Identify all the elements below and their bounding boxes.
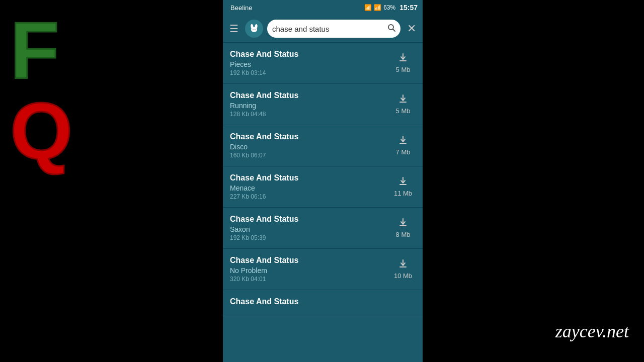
song-title: Saxon xyxy=(230,225,390,233)
download-size: 10 Mb xyxy=(394,272,412,280)
song-info: Chase And StatusPieces192 Kb 03:14 xyxy=(230,50,390,76)
song-artist: Chase And Status xyxy=(230,215,390,224)
watermark: zaycev.net xyxy=(555,321,629,342)
song-title: Disco xyxy=(230,143,390,151)
song-artist: Chase And Status xyxy=(230,173,390,183)
song-artist: Chase And Status xyxy=(230,91,390,100)
song-meta: 128 Kb 04:48 xyxy=(230,111,390,118)
time-label: 15:57 xyxy=(399,4,418,12)
song-title: Menace xyxy=(230,184,390,192)
song-artist: Chase And Status xyxy=(230,256,390,265)
download-size: 7 Mb xyxy=(396,148,411,156)
close-button[interactable]: ✕ xyxy=(405,20,419,38)
search-bar[interactable] xyxy=(267,20,400,38)
song-item[interactable]: Chase And StatusSaxon192 Kb 05:398 Mb xyxy=(223,208,423,249)
download-size: 5 Mb xyxy=(396,107,411,115)
download-area[interactable]: 10 Mb xyxy=(390,259,416,280)
bunny-icon xyxy=(249,23,260,34)
download-size: 5 Mb xyxy=(396,66,411,73)
song-meta: 192 Kb 05:39 xyxy=(230,234,390,241)
download-area[interactable]: 5 Mb xyxy=(390,94,416,115)
song-title: Running xyxy=(230,102,390,110)
download-area[interactable]: 11 Mb xyxy=(390,176,416,197)
status-icons: 📶 📶 63% 15:57 xyxy=(364,4,418,12)
song-artist: Chase And Status xyxy=(230,132,390,141)
carrier-label: Beeline xyxy=(230,4,252,12)
download-area[interactable]: 7 Mb xyxy=(390,135,416,156)
song-info: Chase And StatusMenace227 Kb 06:16 xyxy=(230,173,390,200)
song-item[interactable]: Chase And Status xyxy=(223,290,423,315)
search-button[interactable] xyxy=(387,24,395,34)
song-item[interactable]: Chase And StatusDisco160 Kb 06:077 Mb xyxy=(223,125,423,166)
battery-icon: 63% xyxy=(383,4,395,11)
song-artist: Chase And Status xyxy=(230,50,390,59)
song-meta: 192 Kb 03:14 xyxy=(230,69,390,76)
song-title: Pieces xyxy=(230,60,390,68)
song-item[interactable]: Chase And StatusMenace227 Kb 06:1611 Mb xyxy=(223,166,423,208)
download-icon[interactable] xyxy=(398,259,408,270)
song-item[interactable]: Chase And StatusNo Problem320 Kb 04:0110… xyxy=(223,249,423,290)
download-area[interactable]: 8 Mb xyxy=(390,218,416,238)
song-info: Chase And Status xyxy=(230,297,390,308)
song-item[interactable]: Chase And StatusRunning128 Kb 04:485 Mb xyxy=(223,84,423,125)
download-icon[interactable] xyxy=(398,94,408,106)
search-input[interactable] xyxy=(272,25,384,33)
song-meta: 160 Kb 06:07 xyxy=(230,152,390,159)
song-info: Chase And StatusDisco160 Kb 06:07 xyxy=(230,132,390,159)
download-area[interactable]: 5 Mb xyxy=(390,53,416,73)
song-info: Chase And StatusNo Problem320 Kb 04:01 xyxy=(230,256,390,283)
song-meta: 227 Kb 06:16 xyxy=(230,193,390,200)
song-info: Chase And StatusRunning128 Kb 04:48 xyxy=(230,91,390,118)
download-icon[interactable] xyxy=(398,53,408,64)
song-list: Chase And StatusPieces192 Kb 03:145 MbCh… xyxy=(223,43,423,362)
song-title: No Problem xyxy=(230,266,390,275)
status-bar: Beeline 📶 📶 63% 15:57 xyxy=(223,0,423,15)
bunny-avatar[interactable] xyxy=(245,20,263,38)
q-letter: Q xyxy=(10,90,72,171)
svg-point-4 xyxy=(255,29,256,30)
wifi-icon: 📶 xyxy=(364,4,372,11)
top-bar: ☰ ✕ xyxy=(223,15,423,43)
download-size: 8 Mb xyxy=(396,231,411,238)
svg-line-6 xyxy=(393,29,395,31)
download-icon[interactable] xyxy=(398,218,408,229)
download-icon[interactable] xyxy=(398,135,408,147)
signal-icon: 📶 xyxy=(374,4,381,11)
hamburger-button[interactable]: ☰ xyxy=(227,20,241,37)
app-container: Beeline 📶 📶 63% 15:57 ☰ xyxy=(223,0,423,362)
svg-point-3 xyxy=(253,29,254,30)
fq-logo: FQ xyxy=(10,10,111,126)
f-letter: F xyxy=(10,10,59,90)
song-artist: Chase And Status xyxy=(230,297,390,306)
song-info: Chase And StatusSaxon192 Kb 05:39 xyxy=(230,215,390,241)
download-icon[interactable] xyxy=(398,176,408,188)
song-meta: 320 Kb 04:01 xyxy=(230,276,390,283)
download-size: 11 Mb xyxy=(394,190,412,197)
song-item[interactable]: Chase And StatusPieces192 Kb 03:145 Mb xyxy=(223,43,423,84)
